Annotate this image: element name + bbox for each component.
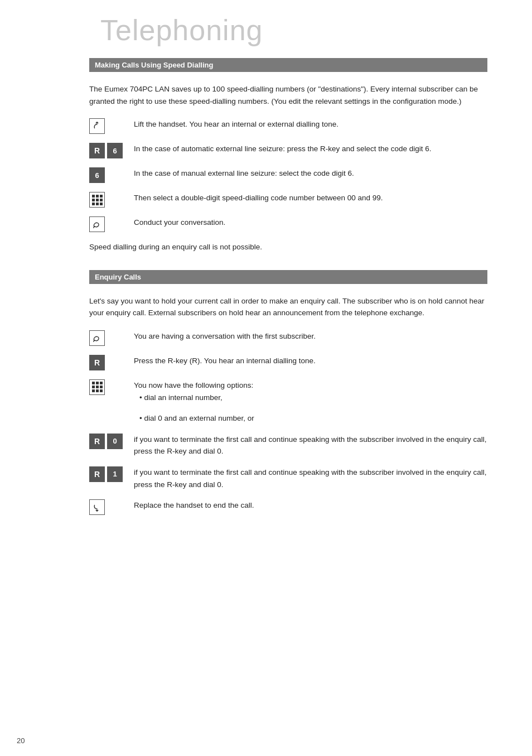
handset-down-icon (89, 499, 105, 515)
step-press-r: R Press the R-key (R). You hear an inter… (89, 355, 487, 370)
step-keypad: Then select a double-digit speed-diallin… (89, 192, 487, 208)
step-text-digit6: In the case of manual external line seiz… (134, 167, 487, 180)
step-lift-handset: Lift the handset. You hear an internal o… (89, 118, 487, 134)
section-header-speed-dialling: Making Calls Using Speed Dialling (89, 58, 487, 72)
step-text-keypad: Then select a double-digit speed-diallin… (134, 192, 487, 204)
section-header-enquiry: Enquiry Calls (89, 270, 487, 284)
step-text-lift-handset: Lift the handset. You hear an internal o… (134, 118, 487, 131)
content-area: Making Calls Using Speed Dialling The Eu… (0, 58, 532, 554)
digit-1-icon: 1 (107, 466, 123, 482)
step-text-keypad-options: You now have the following options: dial… (134, 379, 487, 403)
step-text-r0: if you want to terminate the first call … (134, 434, 487, 458)
conversation-icon (89, 216, 105, 232)
step-r6: R 6 In the case of automatic external li… (89, 143, 487, 158)
step-r1: R 1 if you want to terminate the first c… (89, 466, 487, 490)
step-text-r1: if you want to terminate the first call … (134, 466, 487, 490)
dial-external-item: dial 0 and an external number, or (139, 412, 487, 425)
digit-6-dark-icon: 6 (107, 143, 123, 158)
speed-dialling-intro: The Eumex 704PC LAN saves up to 100 spee… (89, 83, 487, 107)
step-icon-r6: R 6 (89, 143, 128, 158)
section-enquiry-calls: Enquiry Calls Let's say you want to hold… (89, 270, 487, 515)
step-icon-keypad (89, 192, 128, 208)
section-speed-dialling: Making Calls Using Speed Dialling The Eu… (89, 58, 487, 253)
r-key-icon: R (89, 355, 105, 370)
r-icon: R (89, 143, 105, 158)
enquiry-intro: Let's say you want to hold your current … (89, 295, 487, 319)
step-icon-replace-handset (89, 499, 128, 515)
page: Telephoning Making Calls Using Speed Dia… (0, 0, 532, 756)
page-number: 20 (17, 736, 25, 745)
step-conversation: Conduct your conversation. (89, 216, 487, 232)
step-icon-press-r: R (89, 355, 128, 370)
step-enq-conversation: You are having a conversation with the f… (89, 330, 487, 346)
speed-dialling-note: Speed dialling during an enquiry call is… (89, 241, 487, 253)
dial-external-list: dial 0 and an external number, or (139, 412, 487, 425)
step-icon-r0: R 0 (89, 434, 128, 449)
step-replace-handset: Replace the handset to end the call. (89, 499, 487, 515)
step-icon-lift-handset (89, 118, 128, 134)
step-text-press-r: Press the R-key (R). You hear an interna… (134, 355, 487, 367)
keypad-grid (92, 195, 103, 205)
step-r0: R 0 if you want to terminate the first c… (89, 434, 487, 458)
step-text-replace-handset: Replace the handset to end the call. (134, 499, 487, 512)
step-keypad-options: You now have the following options: dial… (89, 379, 487, 403)
r-icon-3: R (89, 466, 105, 482)
step-text-enq-conversation: You are having a conversation with the f… (134, 330, 487, 343)
digit-6-icon: 6 (89, 167, 105, 183)
step-icon-conversation (89, 216, 128, 232)
keypad-options-list: dial an internal number, (139, 392, 487, 404)
step-digit6: 6 In the case of manual external line se… (89, 167, 487, 183)
keypad-icon (89, 192, 105, 208)
step-text-conversation: Conduct your conversation. (134, 216, 487, 229)
step-icon-digit6: 6 (89, 167, 128, 183)
keypad-option-internal: dial an internal number, (139, 392, 487, 404)
step-text-r6: In the case of automatic external line s… (134, 143, 487, 155)
step-text-dial-external: dial 0 and an external number, or (134, 412, 487, 425)
digit-0-icon: 0 (107, 434, 123, 449)
step-icon-enq-conversation (89, 330, 128, 346)
keypad-icon-2 (89, 379, 105, 395)
r-icon-2: R (89, 434, 105, 449)
step-icon-keypad-options (89, 379, 128, 395)
step-icon-r1: R 1 (89, 466, 128, 482)
handset-up-icon (89, 118, 105, 134)
step-dial-external: dial 0 and an external number, or (89, 412, 487, 425)
page-title: Telephoning (0, 0, 532, 58)
keypad-options-intro: You now have the following options: (134, 381, 253, 389)
keypad-grid-2 (92, 382, 103, 392)
conversation-icon-2 (89, 330, 105, 346)
